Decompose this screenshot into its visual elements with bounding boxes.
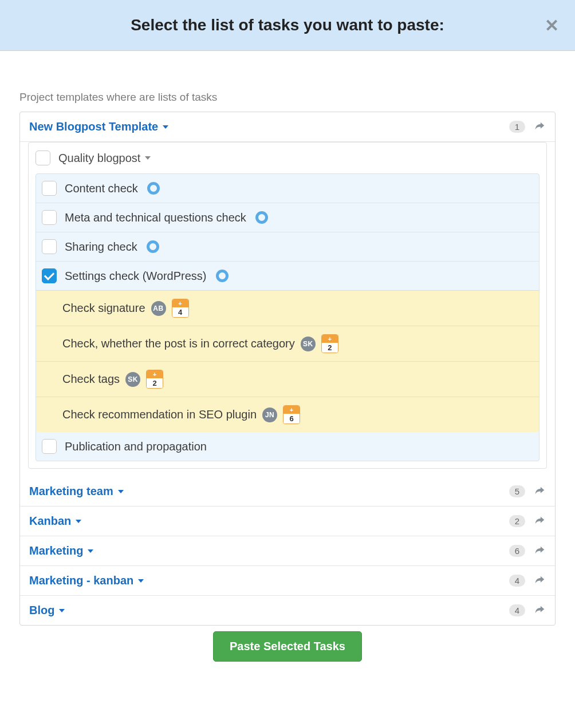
template-name-label: Marketing team [29, 485, 113, 498]
template-name-label: Blog [29, 604, 54, 617]
template-name[interactable]: Marketing [29, 544, 93, 557]
subtask-row[interactable]: Check recommendation in SEO plugin JN + … [36, 397, 539, 432]
task-row[interactable]: Content check [36, 174, 539, 203]
template-header[interactable]: Kanban 2 [20, 507, 555, 536]
task-checkbox[interactable] [42, 181, 57, 196]
due-number: 4 [172, 307, 188, 317]
task-row[interactable]: Publication and propagation [36, 432, 539, 461]
due-chip[interactable]: + 2 [321, 334, 338, 353]
share-icon[interactable] [533, 515, 546, 528]
due-number: 2 [147, 378, 163, 388]
due-plus-icon: + [147, 370, 163, 378]
subtask-label: Check, whether the post is in correct ca… [62, 337, 295, 350]
group-name[interactable]: Quality blogpost [58, 152, 151, 165]
assignee-avatar[interactable]: SK [301, 337, 316, 351]
template-count-badge: 5 [509, 485, 525, 497]
task-row[interactable]: Meta and technical questions check [36, 203, 539, 232]
task-row[interactable]: Settings check (WordPress) [36, 262, 539, 290]
modal-footer: Paste Selected Tasks [19, 626, 556, 685]
template-name[interactable]: Kanban [29, 515, 81, 528]
task-label: Content check [65, 182, 138, 195]
template-count-badge: 4 [509, 604, 525, 616]
due-plus-icon: + [283, 406, 300, 414]
template-name[interactable]: Marketing - kanban [29, 574, 144, 587]
task-checkbox[interactable] [42, 268, 57, 283]
tasks-region: Content check Meta and technical questio… [36, 173, 539, 461]
modal-title: Select the list of tasks you want to pas… [14, 16, 561, 34]
template-name-label: Marketing - kanban [29, 574, 133, 587]
chevron-down-icon [145, 156, 151, 160]
status-ring-icon [216, 270, 229, 282]
paste-selected-tasks-button[interactable]: Paste Selected Tasks [213, 631, 362, 662]
template-name[interactable]: Marketing team [29, 485, 124, 498]
task-checkbox[interactable] [42, 439, 57, 454]
assignee-avatar[interactable]: AB [151, 301, 166, 316]
template-header[interactable]: Marketing - kanban 4 [20, 566, 555, 596]
subtask-label: Check recommendation in SEO plugin [62, 408, 257, 421]
task-label: Meta and technical questions check [65, 211, 246, 224]
template-name-label: Marketing [29, 544, 83, 557]
template-name-label: New Blogpost Template [29, 120, 158, 133]
template-name[interactable]: New Blogpost Template [29, 120, 168, 133]
template-count-badge: 1 [509, 121, 525, 133]
task-label: Sharing check [65, 240, 137, 254]
status-ring-icon [147, 240, 159, 253]
share-icon[interactable] [533, 485, 546, 498]
chevron-down-icon [88, 549, 93, 553]
close-button[interactable]: ✕ [543, 17, 560, 34]
group-header[interactable]: Quality blogpost [29, 143, 546, 173]
task-checkbox[interactable] [42, 239, 57, 254]
chevron-down-icon [59, 609, 65, 612]
template-name[interactable]: Blog [29, 604, 65, 617]
template-count-badge: 2 [509, 515, 525, 527]
modal-header: Select the list of tasks you want to pas… [0, 0, 575, 51]
subtask-row[interactable]: Check, whether the post is in correct ca… [36, 326, 539, 362]
templates-panel: New Blogpost Template 1 Quality blogpost [19, 112, 556, 626]
subtasks-region: Check signature AB + 4 Check, whether th… [36, 290, 539, 432]
task-label: Settings check (WordPress) [65, 270, 207, 283]
template-header[interactable]: Blog 4 [20, 596, 555, 625]
template-name-label: Kanban [29, 515, 71, 528]
close-icon: ✕ [545, 15, 559, 35]
subtask-label: Check signature [62, 302, 145, 315]
template-count-badge: 4 [509, 575, 525, 587]
template-count-badge: 6 [509, 545, 525, 557]
due-chip[interactable]: + 4 [172, 299, 189, 318]
task-group-panel: Quality blogpost Content check Meta and … [28, 142, 547, 469]
assignee-avatar[interactable]: SK [125, 372, 140, 387]
chevron-down-icon [138, 579, 144, 583]
share-icon[interactable] [533, 575, 546, 587]
group-name-label: Quality blogpost [58, 152, 140, 165]
due-plus-icon: + [322, 335, 338, 343]
subtask-label: Check tags [62, 373, 120, 386]
template-header[interactable]: Marketing 6 [20, 536, 555, 566]
chevron-down-icon [118, 490, 124, 493]
due-number: 2 [322, 343, 338, 353]
share-icon[interactable] [533, 121, 546, 133]
group-checkbox[interactable] [36, 151, 50, 165]
due-number: 6 [283, 414, 300, 424]
modal-body: Project templates where are lists of tas… [0, 51, 575, 707]
subtask-row[interactable]: Check tags SK + 2 [36, 362, 539, 397]
task-label: Publication and propagation [65, 440, 207, 453]
task-row[interactable]: Sharing check [36, 232, 539, 262]
subtask-row[interactable]: Check signature AB + 4 [36, 291, 539, 326]
due-chip[interactable]: + 2 [146, 370, 163, 389]
chevron-down-icon [163, 125, 168, 129]
chevron-down-icon [76, 520, 81, 523]
assignee-avatar[interactable]: JN [262, 407, 277, 422]
status-ring-icon [147, 182, 160, 195]
due-chip[interactable]: + 6 [283, 405, 300, 424]
share-icon[interactable] [533, 604, 546, 617]
due-plus-icon: + [172, 299, 188, 307]
status-ring-icon [255, 211, 268, 224]
template-header[interactable]: New Blogpost Template 1 [20, 112, 555, 142]
section-label: Project templates where are lists of tas… [19, 91, 556, 104]
share-icon[interactable] [533, 545, 546, 557]
task-checkbox[interactable] [42, 210, 57, 225]
template-header[interactable]: Marketing team 5 [20, 477, 555, 507]
